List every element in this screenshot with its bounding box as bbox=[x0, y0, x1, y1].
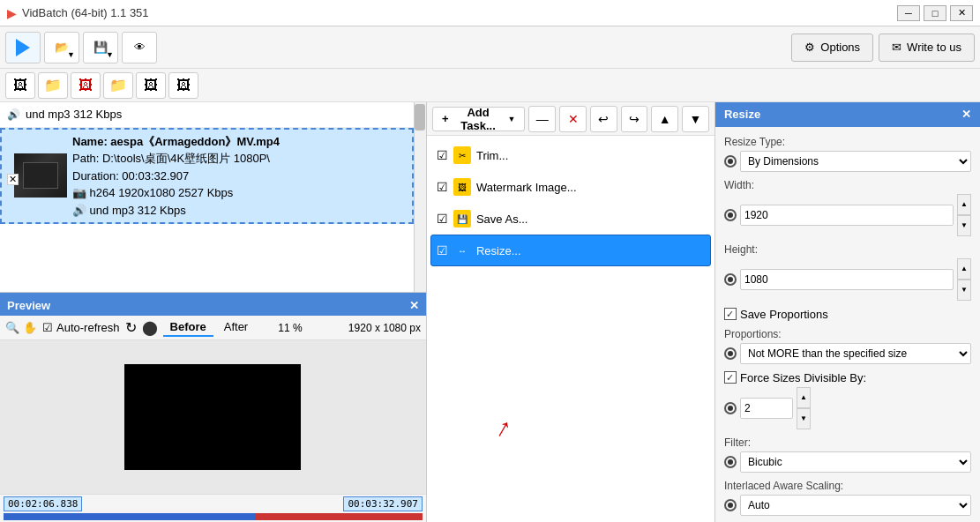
proportions-label: Proportions: bbox=[724, 328, 971, 340]
selected-file-info: Name: aespa《Armageddon》MV.mp4 Path: D:\t… bbox=[72, 133, 280, 220]
filter-radio[interactable] bbox=[724, 456, 737, 468]
preview-title: Preview bbox=[7, 299, 50, 312]
time-end[interactable]: 00:03:32.907 bbox=[343, 496, 422, 511]
width-radio[interactable] bbox=[724, 209, 737, 221]
resize-close[interactable]: ✕ bbox=[961, 108, 971, 121]
undo-button[interactable]: ↩ bbox=[590, 106, 617, 132]
proportions-row: Not MORE than the specified size Not LES… bbox=[724, 343, 971, 364]
main-toolbar: 📂 ▼ 💾 ▼ 👁 ⚙ Options ✉ Write to us bbox=[0, 26, 980, 69]
resize-type-group: Resize Type: By Dimensions By Percentage… bbox=[724, 136, 971, 172]
add-image-button[interactable]: 🖼 bbox=[5, 72, 35, 99]
write-button[interactable]: ✉ Write to us bbox=[879, 34, 975, 62]
info-image-button[interactable]: 🖼 bbox=[168, 72, 198, 99]
add-task-button[interactable]: + Add Task... ▼ bbox=[432, 107, 525, 131]
file-list-scrollbar[interactable] bbox=[414, 102, 426, 292]
add-icon: + bbox=[442, 112, 449, 125]
width-input[interactable] bbox=[740, 205, 954, 226]
file-list[interactable]: 🔊 und mp3 312 Kbps ✕ Name: aespa《Armaged… bbox=[0, 102, 426, 293]
force-sizes-checkbox[interactable]: ✓ bbox=[724, 371, 737, 384]
width-label: Width: bbox=[724, 179, 971, 191]
resize-type-select[interactable]: By Dimensions By Percentage By Longest S… bbox=[740, 151, 971, 172]
interlaced-radio[interactable] bbox=[724, 499, 737, 511]
maximize-button[interactable]: □ bbox=[924, 5, 946, 21]
remove-all-button[interactable]: 📁 bbox=[103, 72, 133, 99]
zoom-in-icon[interactable]: 🔍 bbox=[5, 321, 19, 334]
task-resize[interactable]: ☑ ↔ Resize... bbox=[430, 235, 711, 266]
preview-header: Preview ✕ bbox=[0, 295, 426, 316]
resize-type-radio[interactable] bbox=[724, 155, 737, 168]
thumb-image bbox=[23, 162, 58, 189]
toolbar-right: ⚙ Options ✉ Write to us bbox=[791, 34, 975, 62]
height-down[interactable]: ▼ bbox=[957, 280, 971, 301]
minimize-button[interactable]: ─ bbox=[897, 5, 920, 21]
remove-image-button[interactable]: 🖼 bbox=[71, 72, 101, 99]
timeline-times: 00:02:06.838 00:03:32.907 bbox=[0, 495, 426, 513]
add-folder-button[interactable]: 📁 bbox=[38, 72, 68, 99]
refresh-icon[interactable]: ↻ bbox=[125, 319, 137, 336]
width-down[interactable]: ▼ bbox=[957, 215, 971, 236]
hand-icon[interactable]: ✋ bbox=[23, 321, 37, 334]
task-saveas[interactable]: ☑ 💾 Save As... bbox=[430, 203, 711, 235]
file-remove-icon[interactable]: ✕ bbox=[7, 174, 19, 185]
file-item[interactable]: 🔊 und mp3 312 Kbps bbox=[0, 102, 414, 128]
preview-button[interactable]: 👁 bbox=[122, 32, 157, 63]
tab-before[interactable]: Before bbox=[163, 318, 213, 337]
time-start[interactable]: 00:02:06.838 bbox=[4, 496, 82, 511]
edit-image-button[interactable]: 🖼 bbox=[136, 72, 166, 99]
task-watermark[interactable]: ☑ 🖼 Watermark Image... bbox=[430, 171, 711, 203]
save-proportions-checkbox[interactable]: ✓ bbox=[724, 308, 737, 320]
file-item-info: und mp3 312 Kbps bbox=[26, 106, 122, 123]
left-panel: 🔊 und mp3 312 Kbps ✕ Name: aespa《Armaged… bbox=[0, 102, 427, 522]
options-button[interactable]: ⚙ Options bbox=[791, 34, 873, 62]
height-group: Height: ▲ ▼ bbox=[724, 243, 971, 301]
auto-refresh-label: Auto-refresh bbox=[56, 321, 120, 334]
timeline-track[interactable] bbox=[0, 513, 426, 520]
preview-close[interactable]: ✕ bbox=[409, 299, 419, 312]
auto-refresh-checkbox[interactable]: ☑ bbox=[42, 321, 53, 334]
force-sizes-radio[interactable] bbox=[724, 402, 737, 414]
task-saveas-checkbox[interactable]: ☑ bbox=[437, 212, 448, 226]
mail-icon: ✉ bbox=[892, 41, 901, 54]
force-up[interactable]: ▲ bbox=[797, 387, 811, 408]
delete-task-button[interactable]: — bbox=[528, 106, 556, 132]
proportions-radio[interactable] bbox=[724, 347, 737, 360]
height-radio[interactable] bbox=[724, 273, 737, 286]
height-spinner: ▲ ▼ bbox=[957, 258, 971, 301]
file-item-selected[interactable]: ✕ Name: aespa《Armageddon》MV.mp4 Path: D:… bbox=[0, 128, 414, 225]
force-sizes-input[interactable] bbox=[740, 398, 793, 419]
preview-toolbar: 🔍 ✋ ☑ Auto-refresh ↻ ⬤ Before After 11 %… bbox=[0, 316, 426, 340]
play-button[interactable] bbox=[5, 32, 41, 63]
record-icon[interactable]: ⬤ bbox=[142, 319, 158, 336]
preview-image bbox=[124, 364, 301, 470]
task-trim[interactable]: ☑ ✂ Trim... bbox=[430, 139, 711, 171]
tab-after[interactable]: After bbox=[217, 318, 255, 337]
proportions-select[interactable]: Not MORE than the specified size Not LES… bbox=[740, 343, 971, 364]
task-trim-icon: ✂ bbox=[453, 146, 471, 164]
add-task-dropdown: ▼ bbox=[508, 115, 516, 123]
height-input[interactable] bbox=[740, 269, 954, 290]
task-watermark-checkbox[interactable]: ☑ bbox=[437, 180, 448, 194]
task-trim-checkbox[interactable]: ☑ bbox=[437, 148, 448, 162]
filter-select[interactable]: Bicubic Bilinear Lanczos Nearest bbox=[740, 451, 971, 473]
dropdown-arrow2: ▼ bbox=[106, 50, 114, 59]
move-up-button[interactable]: ▲ bbox=[651, 106, 678, 132]
interlaced-select[interactable]: Auto Yes No bbox=[740, 495, 971, 516]
preview-canvas bbox=[0, 340, 426, 494]
remove-task-button[interactable]: ✕ bbox=[559, 106, 587, 132]
move-down-button[interactable]: ▼ bbox=[682, 106, 709, 132]
open-button[interactable]: 📂 ▼ bbox=[44, 32, 79, 63]
filter-row: Bicubic Bilinear Lanczos Nearest bbox=[724, 451, 971, 473]
width-up[interactable]: ▲ bbox=[957, 194, 971, 215]
resize-body: Resize Type: By Dimensions By Percentage… bbox=[715, 127, 980, 522]
title-bar: ▶ VidBatch (64-bit) 1.1 351 ─ □ ✕ bbox=[0, 0, 980, 26]
scroll-thumb bbox=[415, 104, 425, 130]
width-spinner: ▲ ▼ bbox=[957, 194, 971, 236]
task-resize-checkbox[interactable]: ☑ bbox=[437, 243, 448, 257]
save-button[interactable]: 💾 ▼ bbox=[83, 32, 118, 63]
tasks-toolbar: + Add Task... ▼ — ✕ ↩ ↪ ▲ ▼ bbox=[427, 102, 714, 136]
height-up[interactable]: ▲ bbox=[957, 258, 971, 280]
play-icon bbox=[16, 39, 30, 56]
close-button[interactable]: ✕ bbox=[950, 5, 973, 21]
force-down[interactable]: ▼ bbox=[797, 408, 811, 429]
redo-button[interactable]: ↪ bbox=[621, 106, 648, 132]
